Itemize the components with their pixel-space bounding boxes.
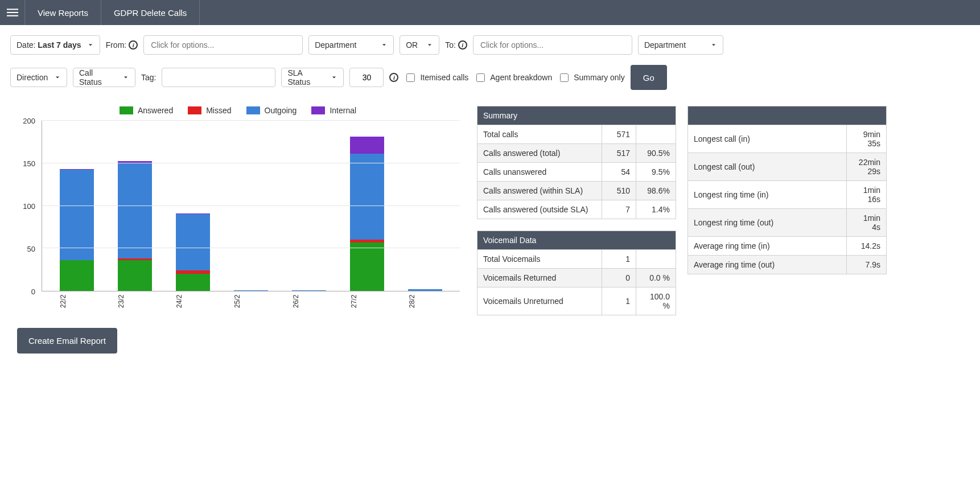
chevron-down-icon <box>48 74 61 81</box>
from-input-field[interactable] <box>150 36 297 54</box>
filters-panel: Date: Last 7 days From: i Department OR … <box>0 25 980 90</box>
bar-segment-outgoing <box>176 214 210 270</box>
x-tick: 28/2 <box>408 291 442 314</box>
x-tick: 25/2 <box>233 291 267 314</box>
table-row: Voicemails Unreturned1100.0 % <box>477 287 676 315</box>
table-row: Longest ring time (in)1min 16s <box>688 181 887 209</box>
bar-segment-outgoing <box>118 163 152 258</box>
bar-segment-outgoing <box>292 290 326 291</box>
tag-input[interactable] <box>162 68 275 87</box>
stacked-bar-chart: 050100150200 22/223/224/225/226/227/228/… <box>10 121 466 314</box>
table-row: Longest ring time (out)1min 4s <box>688 209 887 237</box>
sla-value-field[interactable] <box>356 69 377 86</box>
from-department-select[interactable]: Department <box>308 35 394 55</box>
bar-segment-answered <box>176 274 210 291</box>
x-tick: 22/2 <box>59 291 93 314</box>
to-input[interactable] <box>473 35 632 55</box>
table-row: Calls answered (outside SLA)71.4% <box>477 200 676 219</box>
bar-segment-outgoing <box>408 289 442 291</box>
chevron-down-icon <box>81 42 94 48</box>
bar-segment-outgoing <box>234 290 268 291</box>
chart-area: Answered Missed Outgoing Internal 050100… <box>10 106 466 354</box>
table-row: Average ring time (out)7.9s <box>688 256 887 274</box>
table-row: Longest call (out)22min 29s <box>688 153 887 181</box>
legend-internal: Internal <box>311 106 356 115</box>
svg-rect-2 <box>7 15 18 17</box>
chevron-down-icon <box>117 74 129 81</box>
x-tick: 24/2 <box>175 291 209 314</box>
y-tick: 200 <box>23 117 35 125</box>
bar-segment-answered <box>60 260 94 291</box>
info-icon[interactable]: i <box>458 40 467 50</box>
chevron-down-icon <box>421 42 433 48</box>
bar <box>118 161 152 291</box>
top-bar: View Reports GDPR Delete Calls <box>0 0 980 25</box>
table-row: Calls answered (total)51790.5% <box>477 144 676 163</box>
itemised-calls-checkbox[interactable]: Itemised calls <box>404 72 468 84</box>
direction-select[interactable]: Direction <box>10 68 67 87</box>
to-label: To: i <box>445 40 467 50</box>
svg-rect-1 <box>7 12 18 13</box>
nav-gdpr-delete-calls[interactable]: GDPR Delete Calls <box>101 0 200 25</box>
table-row: Calls unanswered549.5% <box>477 163 676 182</box>
bar-segment-answered <box>118 260 152 291</box>
go-button[interactable]: Go <box>631 65 667 90</box>
legend-outgoing: Outgoing <box>246 106 297 115</box>
logic-select[interactable]: OR <box>400 35 439 55</box>
y-tick: 50 <box>27 245 35 253</box>
y-tick: 150 <box>23 159 35 168</box>
y-tick: 0 <box>31 287 35 296</box>
tables-area: Summary Total calls571Calls answered (to… <box>477 106 970 315</box>
create-email-report-button[interactable]: Create Email Report <box>17 328 117 354</box>
info-icon[interactable]: i <box>129 40 138 50</box>
info-icon[interactable]: i <box>389 73 398 82</box>
menu-icon[interactable] <box>0 0 25 25</box>
summary-table: Summary Total calls571Calls answered (to… <box>477 106 676 219</box>
bar-segment-internal <box>350 137 384 154</box>
to-input-field[interactable] <box>479 36 626 54</box>
content-area: Answered Missed Outgoing Internal 050100… <box>0 100 980 371</box>
date-value: Last 7 days <box>38 40 81 50</box>
date-range-select[interactable]: Date: Last 7 days <box>10 35 100 55</box>
date-label: Date: <box>17 40 35 50</box>
call-status-select[interactable]: Call Status <box>73 68 135 87</box>
chevron-down-icon <box>375 42 388 48</box>
legend-answered: Answered <box>120 106 173 115</box>
summary-title: Summary <box>477 106 676 125</box>
table-row: Longest call (in)9min 35s <box>688 125 887 153</box>
x-tick: 27/2 <box>350 291 384 314</box>
chart-legend: Answered Missed Outgoing Internal <box>10 106 466 115</box>
tag-label: Tag: <box>141 73 156 82</box>
bar-segment-answered <box>350 242 384 291</box>
y-tick: 100 <box>23 202 35 211</box>
from-input[interactable] <box>143 35 303 55</box>
metrics-table: Longest call (in)9min 35sLongest call (o… <box>687 106 887 274</box>
bar <box>408 289 442 291</box>
table-row: Total Voicemails1 <box>477 250 676 269</box>
chevron-down-icon <box>325 74 337 81</box>
table-row: Average ring time (in)14.2s <box>688 237 887 256</box>
bar-segment-outgoing <box>60 170 94 260</box>
table-row: Voicemails Returned00.0 % <box>477 269 676 287</box>
bar <box>350 137 384 291</box>
x-tick: 23/2 <box>117 291 151 314</box>
summary-only-checkbox[interactable]: Summary only <box>558 72 624 84</box>
nav-view-reports[interactable]: View Reports <box>25 0 101 25</box>
bar <box>292 290 326 291</box>
from-label: From: i <box>106 40 138 50</box>
metrics-title <box>688 106 887 125</box>
table-row: Calls answered (within SLA)51098.6% <box>477 182 676 200</box>
voicemail-title: Voicemail Data <box>477 231 676 250</box>
sla-status-select[interactable]: SLA Status <box>281 68 344 87</box>
to-department-select[interactable]: Department <box>638 35 723 55</box>
tag-input-field[interactable] <box>168 69 269 86</box>
x-tick: 26/2 <box>292 291 326 314</box>
chevron-down-icon <box>705 42 717 48</box>
sla-value-input[interactable] <box>349 68 384 87</box>
bar-segment-outgoing <box>350 154 384 240</box>
bar <box>176 213 210 291</box>
voicemail-table: Voicemail Data Total Voicemails1Voicemai… <box>477 231 676 315</box>
bar <box>60 169 94 291</box>
agent-breakdown-checkbox[interactable]: Agent breakdown <box>474 72 552 84</box>
bar <box>234 290 268 291</box>
